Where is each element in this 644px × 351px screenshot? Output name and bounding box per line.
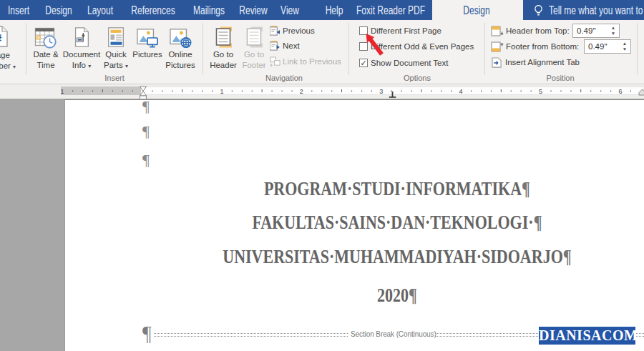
svg-text:#: # xyxy=(0,33,2,45)
svg-text:4: 4 xyxy=(459,88,463,95)
svg-text:5: 5 xyxy=(539,88,542,95)
svg-text:6: 6 xyxy=(618,88,622,95)
svg-text:1: 1 xyxy=(220,88,223,95)
svg-text:3: 3 xyxy=(379,88,383,95)
svg-text:2: 2 xyxy=(300,88,303,95)
svg-text:1: 1 xyxy=(61,88,64,95)
